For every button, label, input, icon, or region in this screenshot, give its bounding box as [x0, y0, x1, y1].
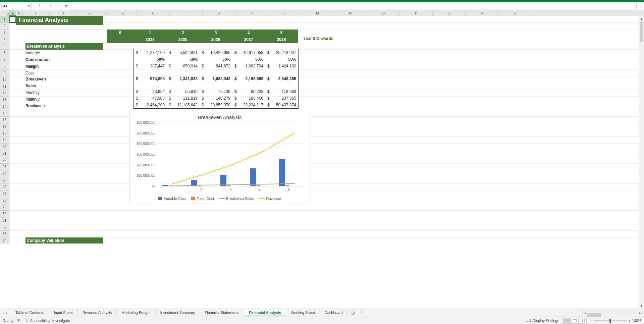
- name-box-more-icon[interactable]: ⋮: [36, 3, 43, 9]
- view-page-break-button[interactable]: [579, 318, 587, 324]
- column-header[interactable]: A: [9, 10, 16, 16]
- horizontal-scrollbar[interactable]: ◂ ▸: [582, 311, 643, 315]
- row-header[interactable]: 16: [0, 117, 9, 123]
- column-header[interactable]: C: [23, 10, 50, 16]
- row-header[interactable]: 5: [0, 43, 9, 50]
- column-header[interactable]: L: [268, 10, 301, 16]
- row-header[interactable]: 28: [0, 197, 9, 204]
- add-sheet-button[interactable]: ⊕: [348, 309, 359, 317]
- column-header[interactable]: R: [466, 10, 498, 16]
- accessibility-status[interactable]: Accessibility: Investigate: [25, 319, 70, 323]
- data-cell: $5,592,821: [167, 49, 200, 56]
- row-header[interactable]: 8: [0, 63, 9, 70]
- column-header[interactable]: H: [137, 10, 170, 16]
- row-header[interactable]: 9: [0, 70, 9, 76]
- zoom-slider[interactable]: [593, 320, 627, 321]
- chart-y-tick: $40,000,000: [134, 142, 155, 146]
- column-header[interactable]: E: [76, 10, 103, 16]
- data-cell: $841,672: [200, 63, 232, 69]
- row-header[interactable]: 3: [0, 30, 9, 36]
- column-header[interactable]: S: [498, 10, 531, 16]
- row-header[interactable]: 34: [0, 237, 9, 244]
- tabs-navigation[interactable]: ◂ ▸: [0, 311, 11, 315]
- formula-expand-icon[interactable]: ⌄: [638, 4, 643, 8]
- row-header[interactable]: 17: [0, 123, 9, 130]
- tab-prev-icon[interactable]: ◂: [2, 311, 5, 315]
- row-header[interactable]: 26: [0, 184, 9, 191]
- column-header[interactable]: P: [400, 10, 433, 16]
- row-header[interactable]: 19: [0, 137, 9, 144]
- sheet-tab[interactable]: Marketing Budget: [117, 310, 155, 316]
- hscroll-thumb[interactable]: [587, 313, 601, 317]
- row-header[interactable]: 27: [0, 191, 9, 197]
- scroll-up-icon[interactable]: ▲: [639, 16, 644, 21]
- column-header[interactable]: M: [301, 10, 334, 16]
- row-header[interactable]: 32: [0, 224, 9, 231]
- row-header[interactable]: 20: [0, 144, 9, 150]
- cancel-icon[interactable]: ✕: [47, 3, 54, 9]
- chevron-down-icon[interactable]: ▾: [28, 4, 30, 8]
- column-header[interactable]: B: [16, 10, 23, 16]
- row-header[interactable]: 14: [0, 103, 9, 110]
- display-settings-button[interactable]: Display Settings: [527, 319, 559, 323]
- row-header[interactable]: 15: [0, 110, 9, 117]
- row-header[interactable]: 30: [0, 211, 9, 217]
- row-header[interactable]: 23: [0, 164, 9, 170]
- zoom-out-button[interactable]: −: [590, 319, 592, 323]
- row-header[interactable]: 29: [0, 204, 9, 211]
- row-header[interactable]: 31: [0, 217, 9, 224]
- sheet-tab[interactable]: Financial Statements: [200, 310, 245, 316]
- row-header[interactable]: 33: [0, 231, 9, 237]
- row-header[interactable]: 4: [0, 36, 9, 43]
- vertical-scrollbar[interactable]: ▲ ▼: [639, 16, 644, 309]
- tab-next-icon[interactable]: ▸: [6, 311, 9, 315]
- row-header[interactable]: 12: [0, 90, 9, 97]
- column-header[interactable]: K: [235, 10, 268, 16]
- view-page-layout-button[interactable]: [571, 318, 579, 324]
- sheet-tab[interactable]: Financial Analysis: [244, 310, 286, 316]
- row-header[interactable]: 22: [0, 157, 9, 164]
- breakeven-chart[interactable]: Breakeven Analysis $-$10,000,000$20,000,…: [129, 110, 310, 204]
- tabs-more-icon[interactable]: ⋮: [359, 311, 365, 315]
- column-header[interactable]: O: [367, 10, 400, 16]
- select-all-corner[interactable]: [0, 10, 9, 16]
- row-header[interactable]: 7: [0, 56, 9, 63]
- column-header[interactable]: J: [203, 10, 235, 16]
- worksheet-grid[interactable]: ABCDEFGHIJKLMNOPQRS 12345678910111213141…: [0, 10, 644, 309]
- view-normal-button[interactable]: [562, 318, 571, 324]
- formula-input[interactable]: [71, 3, 637, 9]
- row-header[interactable]: 2: [0, 23, 9, 30]
- scroll-down-icon[interactable]: ▼: [639, 303, 644, 309]
- sheet-tab[interactable]: Working Sheet: [286, 310, 320, 316]
- hscroll-left-icon[interactable]: ◂: [583, 311, 587, 315]
- sheet-tab[interactable]: Input Sheet: [49, 310, 78, 316]
- sheet-tab[interactable]: Table of Contents: [11, 310, 49, 316]
- row-header[interactable]: 6: [0, 50, 9, 56]
- column-header[interactable]: N: [334, 10, 367, 16]
- row-header[interactable]: 25: [0, 177, 9, 184]
- row-header[interactable]: 21: [0, 150, 9, 157]
- column-header[interactable]: Q: [433, 10, 466, 16]
- fx-icon[interactable]: fx: [63, 3, 70, 9]
- column-header[interactable]: D: [50, 10, 76, 16]
- row-header[interactable]: 11: [0, 83, 9, 90]
- row-header[interactable]: 18: [0, 130, 9, 137]
- column-header[interactable]: G: [110, 10, 137, 16]
- scroll-thumb[interactable]: [640, 21, 643, 42]
- sheet-tab[interactable]: Dashboard: [320, 310, 348, 316]
- column-header[interactable]: I: [170, 10, 203, 16]
- row-header[interactable]: 24: [0, 170, 9, 177]
- hscroll-right-icon[interactable]: ▸: [638, 311, 642, 315]
- zoom-in-button[interactable]: +: [628, 319, 630, 323]
- name-box[interactable]: A1 ▾: [1, 3, 32, 9]
- sheet-tab[interactable]: Investment Summary: [156, 310, 200, 316]
- column-header[interactable]: F: [103, 10, 110, 16]
- zoom-level[interactable]: 100%: [632, 319, 641, 323]
- enter-icon[interactable]: ✓: [55, 3, 62, 9]
- chart-y-tick: $50,000,000: [134, 131, 155, 135]
- row-header[interactable]: 10: [0, 76, 9, 83]
- row-header[interactable]: 13: [0, 97, 9, 103]
- macro-record-icon[interactable]: [17, 318, 21, 323]
- sheet-tab[interactable]: Revenue Analysis: [78, 310, 117, 316]
- row-header[interactable]: 1: [0, 16, 9, 23]
